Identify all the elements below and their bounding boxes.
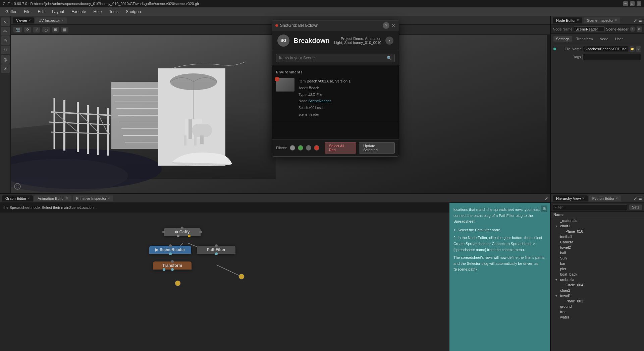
node-tab-transform[interactable]: Transform	[574, 36, 596, 42]
tags-value[interactable]	[582, 54, 641, 60]
tab-graph-editor[interactable]: Graph Editor ×	[2, 195, 33, 201]
hierarchy-item[interactable]: ▾towel1	[551, 293, 644, 298]
tab-viewer[interactable]: Viewer ×	[13, 17, 34, 23]
hierarchy-menu-btn[interactable]: ☰	[638, 196, 642, 201]
graph-node-scene-reader[interactable]: ▶ SceneReader	[149, 246, 191, 254]
hierarchy-item[interactable]: ground	[551, 304, 644, 309]
node-link[interactable]: SceneReader	[308, 99, 331, 103]
toolbar-camera-btn[interactable]: 📷	[13, 27, 22, 33]
hierarchy-item[interactable]: Circle_004	[551, 282, 644, 288]
file-reload-btn[interactable]: ↺	[636, 46, 641, 52]
gaffy-right-port[interactable]	[199, 231, 202, 233]
hierarchy-item[interactable]: _materials	[551, 218, 644, 223]
transform-out-port-2[interactable]	[163, 268, 165, 271]
scene-reader-in-port[interactable]	[169, 244, 172, 247]
node-tab-settings[interactable]: Settings	[553, 36, 572, 42]
menu-gaffer[interactable]: Gaffer	[2, 8, 20, 15]
sets-button[interactable]: Sets	[629, 204, 642, 210]
maximize-button[interactable]: □	[630, 1, 635, 6]
hierarchy-item[interactable]: Sun	[551, 255, 644, 261]
toolbar-scale-btn[interactable]: ⊞	[52, 27, 59, 33]
hierarchy-item[interactable]: ball	[551, 250, 644, 255]
dialog-nav-arrow[interactable]: ›	[385, 37, 393, 45]
tab-uv-inspector[interactable]: UV Inspector ×	[35, 17, 66, 23]
tab-animation-close[interactable]: ×	[66, 196, 68, 200]
gaffy-out-port-1[interactable]	[177, 235, 179, 237]
tab-uv-close[interactable]: ×	[61, 18, 63, 22]
tool-transform[interactable]: ⊕	[1, 36, 10, 45]
search-input[interactable]	[279, 56, 387, 60]
tab-node-editor[interactable]: Node Editor ×	[553, 17, 582, 23]
panel-menu-btn[interactable]: ☰	[638, 18, 642, 23]
toolbar-frame-btn[interactable]: ▦	[61, 27, 68, 33]
hier-expand-arrow[interactable]: ▾	[555, 278, 559, 282]
graph-maximize-btn[interactable]: ⤢	[545, 196, 548, 201]
node-info-btn[interactable]: ℹ	[630, 26, 635, 32]
gaffy-out-port-2[interactable]	[188, 235, 191, 237]
tab-python-close[interactable]: ×	[616, 196, 618, 200]
menu-file[interactable]: File	[20, 8, 34, 15]
tool-camera[interactable]: ◎	[1, 55, 10, 64]
tab-hierarchy-view[interactable]: Hierarchy View ×	[553, 195, 588, 201]
hierarchy-maximize-btn[interactable]: ⤢	[634, 196, 637, 201]
dialog-close-btn[interactable]: ✕	[391, 23, 395, 28]
tab-graph-close[interactable]: ×	[28, 196, 30, 200]
menu-edit[interactable]: Edit	[34, 8, 48, 15]
hierarchy-item[interactable]: bar	[551, 261, 644, 266]
toolbar-translate-btn[interactable]: ⤢	[33, 27, 40, 33]
hierarchy-item[interactable]: water	[551, 314, 644, 320]
toolbar-transform-btn[interactable]: ⟳	[24, 27, 31, 33]
transform-out-port[interactable]	[171, 268, 174, 271]
filter-dot-red[interactable]	[314, 145, 319, 151]
hierarchy-item[interactable]: Camera	[551, 239, 644, 245]
filter-dot-grey2[interactable]	[306, 145, 311, 151]
menu-execute[interactable]: Execute	[68, 8, 89, 15]
graph-node-path-filter[interactable]: PathFilter	[197, 246, 235, 254]
hierarchy-item[interactable]: Plane_010	[551, 229, 644, 234]
tab-animation-editor[interactable]: Animation Editor ×	[34, 195, 71, 201]
tab-primitive-inspector[interactable]: Primitive Inspector ×	[73, 195, 113, 201]
hier-expand-arrow[interactable]: ▾	[555, 224, 559, 228]
tab-viewer-close[interactable]: ×	[29, 18, 31, 22]
tool-light[interactable]: ☀	[1, 64, 10, 73]
close-button[interactable]: ✕	[637, 1, 641, 6]
hierarchy-item[interactable]: ▾chair1	[551, 223, 644, 229]
menu-shotgun[interactable]: Shotgun	[122, 8, 144, 15]
node-settings-btn[interactable]: ⚙	[637, 26, 642, 32]
path-filter-out-port[interactable]	[215, 252, 218, 255]
node-tab-node[interactable]: Node	[597, 36, 611, 42]
path-filter-in-port[interactable]	[215, 244, 218, 247]
gaffy-left-port[interactable]	[162, 231, 165, 233]
filter-dot-green[interactable]	[298, 145, 303, 151]
hierarchy-item[interactable]: Plane_001	[551, 298, 644, 304]
tab-python-editor[interactable]: Python Editor ×	[589, 195, 621, 201]
tab-scene-inspector-close[interactable]: ×	[615, 18, 617, 22]
viewer-scrollbar[interactable]	[547, 35, 550, 193]
select-all-red-btn[interactable]: Select All Red	[325, 142, 356, 154]
menu-tools[interactable]: Tools	[106, 8, 122, 15]
tab-node-editor-close[interactable]: ×	[577, 18, 579, 22]
tab-primitive-close[interactable]: ×	[108, 196, 110, 200]
tab-hierarchy-close[interactable]: ×	[582, 196, 584, 200]
dialog-help-btn[interactable]: ?	[383, 22, 389, 29]
panel-maximize-btn[interactable]: ⤢	[634, 18, 637, 23]
tool-select[interactable]: ↖	[1, 17, 10, 26]
graph-node-gaffy[interactable]: ⊛ Gaffy	[164, 228, 201, 236]
file-name-value[interactable]: i:/caches/Beach.v001.usd	[583, 46, 628, 52]
transform-in-port[interactable]	[171, 260, 174, 263]
gaffy-input-port[interactable]	[181, 227, 183, 229]
hierarchy-item[interactable]: pier	[551, 266, 644, 272]
filter-dot-grey[interactable]	[290, 145, 295, 151]
tab-scene-inspector[interactable]: Scene Inspector ×	[584, 17, 620, 23]
update-selected-btn[interactable]: Update Selected	[359, 142, 395, 154]
node-name-field[interactable]: SceneReader	[574, 26, 605, 32]
tool-brush[interactable]: ✏	[1, 27, 10, 36]
graph-node-transform[interactable]: Transform	[153, 261, 192, 270]
hierarchy-item[interactable]: football	[551, 234, 644, 239]
hierarchy-filter-input[interactable]	[553, 204, 627, 210]
hierarchy-item[interactable]: towel2	[551, 245, 644, 250]
menu-layout[interactable]: Layout	[49, 8, 67, 15]
search-box[interactable]: 🔍	[276, 54, 395, 62]
help-area-close[interactable]: ⊞	[541, 206, 547, 212]
hier-expand-arrow[interactable]: ▾	[555, 294, 559, 298]
